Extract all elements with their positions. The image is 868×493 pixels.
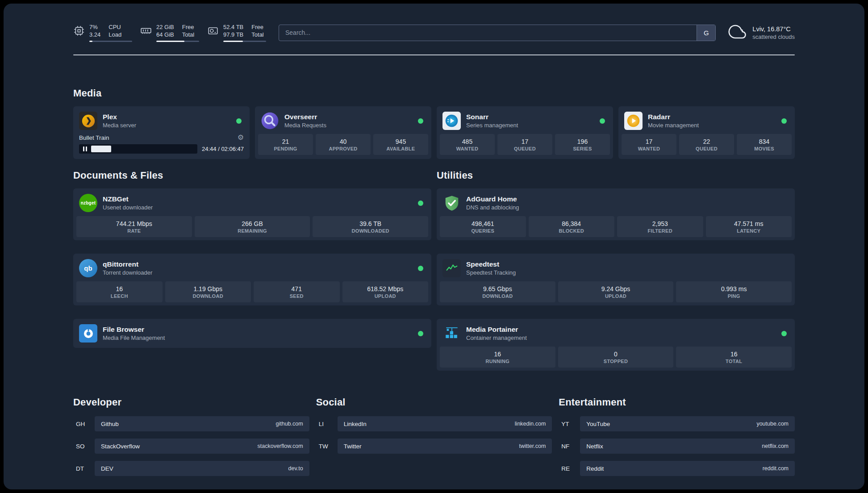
bookmark-reddit[interactable]: RE Reddit reddit.com (559, 461, 795, 476)
stat-label: PING (728, 293, 740, 299)
stat-tile: 1.19 Gbps DOWNLOAD (165, 281, 251, 302)
bookmark-domain: netflix.com (762, 443, 789, 449)
stat-label: REMAINING (238, 228, 267, 234)
stat-label: QUERIES (471, 228, 494, 234)
stat-label: BLOCKED (559, 228, 584, 234)
service-name: Plex (103, 113, 231, 121)
stat-label: MOVIES (754, 146, 774, 151)
bookmark-youtube[interactable]: YT YouTube youtube.com (559, 416, 795, 431)
stat-tile: 0.993 ms PING (676, 281, 792, 302)
search-bar: G (279, 25, 716, 41)
service-card-filebrowser[interactable]: File Browser Media File Management (73, 319, 431, 348)
bookmark-name: Reddit (586, 465, 604, 472)
memory-free-value: 22 GiB (156, 23, 174, 31)
bookmark-domain: youtube.com (756, 421, 789, 427)
nzbget-icon: nzbget (79, 194, 97, 212)
bookmark-abbr: TW (316, 443, 338, 450)
bookmarks-entertainment: Entertainment YT YouTube youtube.com NF … (559, 397, 795, 476)
bookmark-domain: github.com (276, 421, 303, 427)
bookmark-netflix[interactable]: NF Netflix netflix.com (559, 439, 795, 454)
bookmarks-developer: Developer GH Github github.com SO StackO… (73, 397, 309, 476)
stat-tile: 16 LEECH (76, 281, 163, 302)
service-desc: Container management (466, 334, 776, 342)
stat-label: APPROVED (329, 146, 357, 151)
stat-value: 9.65 Gbps (483, 285, 512, 292)
bookmark-name: Netflix (586, 443, 603, 450)
stat-tile: 471 SEED (254, 281, 340, 302)
service-card-overseerr[interactable]: Overseerr Media Requests 21 PENDING 40 A… (255, 106, 431, 159)
stat-value: 86,384 (562, 220, 581, 227)
stat-value: 17 (646, 138, 653, 145)
stat-value: 2,953 (652, 220, 668, 227)
stat-tile: 22 QUEUED (679, 134, 734, 155)
search-input[interactable] (279, 25, 697, 41)
stat-label: DOWNLOAD (482, 293, 513, 299)
stat-label: FILTERED (648, 228, 672, 234)
service-desc: Usenet downloader (103, 204, 413, 211)
bookmark-stackoverflow[interactable]: SO StackOverflow stackoverflow.com (73, 439, 309, 454)
search-provider-button[interactable]: G (697, 25, 715, 41)
service-desc: Media Requests (284, 122, 413, 129)
status-dot (236, 118, 242, 124)
disk-total-value: 97.9 TB (223, 31, 243, 38)
stat-label: QUEUED (696, 146, 718, 151)
stat-label: LEECH (111, 293, 128, 299)
service-card-qbittorrent[interactable]: qb qBittorrent Torrent downloader 16 LEE… (73, 254, 431, 305)
filebrowser-icon (79, 324, 97, 343)
bookmark-domain: dev.to (288, 465, 303, 472)
utilities-section-title: Utilities (437, 170, 795, 181)
service-card-sonarr[interactable]: Sonarr Series management 485 WANTED 17 Q… (437, 106, 613, 159)
plex-icon (79, 112, 97, 130)
gear-icon[interactable]: ⚙ (238, 134, 244, 141)
status-dot (600, 118, 605, 124)
stat-label: RUNNING (486, 359, 509, 364)
bookmark-name: YouTube (586, 421, 610, 427)
overseerr-icon (261, 112, 279, 130)
service-card-adguard[interactable]: AdGuard Home DNS and adblocking 498,461 … (437, 188, 795, 240)
bookmark-pill: StackOverflow stackoverflow.com (95, 439, 309, 454)
stat-tile: 86,384 BLOCKED (529, 216, 615, 237)
stat-value: 744.21 Mbps (116, 220, 152, 227)
bookmark-linkedin[interactable]: LI LinkedIn linkedin.com (316, 416, 552, 431)
stat-label: WANTED (456, 146, 478, 151)
service-card-nzbget[interactable]: nzbget NZBGet Usenet downloader 744.21 M… (73, 188, 431, 240)
stat-value: 196 (577, 138, 588, 145)
stat-label: TOTAL (726, 359, 742, 364)
status-dot (418, 266, 423, 271)
stat-tile: 47.571 ms LATENCY (706, 216, 792, 237)
service-desc: Media File Management (103, 334, 413, 342)
entertainment-section-title: Entertainment (559, 397, 795, 408)
service-card-radarr[interactable]: Radarr Movie management 17 WANTED 22 QUE… (618, 106, 795, 159)
service-card-speedtest[interactable]: Speedtest Speedtest Tracking 9.65 Gbps D… (437, 254, 795, 305)
cpu-icon (73, 25, 85, 38)
service-name: File Browser (103, 325, 413, 334)
stat-tile: 17 WANTED (622, 134, 676, 155)
stat-tile: 266 GB REMAINING (195, 216, 310, 237)
top-bar: 7% 3.24 CPU Load (73, 22, 795, 43)
bookmark-twitter[interactable]: TW Twitter twitter.com (316, 439, 552, 454)
service-card-plex[interactable]: Plex Media server Bullet Train ⚙ 24:44 /… (73, 106, 250, 159)
bookmark-domain: stackoverflow.com (258, 443, 303, 449)
service-name: Speedtest (466, 260, 789, 268)
pause-icon[interactable] (79, 146, 91, 151)
bookmark-github[interactable]: GH Github github.com (73, 416, 309, 431)
service-card-portainer[interactable]: Media Portainer Container management 16 … (437, 319, 795, 371)
stat-tile: 17 QUEUED (497, 134, 552, 155)
portainer-icon (442, 324, 461, 343)
plex-progress-track[interactable] (79, 144, 197, 154)
memory-total-label: Total (182, 31, 194, 38)
stat-label: QUEUED (514, 146, 536, 151)
disk-icon (207, 25, 219, 38)
bookmark-domain: reddit.com (763, 465, 789, 472)
cpu-widget: 7% 3.24 CPU Load (73, 23, 132, 42)
cpu-usage-value: 7% (89, 23, 100, 31)
stat-value: 618.52 Mbps (367, 285, 403, 292)
service-name: Radarr (648, 113, 776, 121)
disk-total-label: Total (251, 31, 263, 38)
status-dot (781, 331, 787, 336)
bookmark-dev[interactable]: DT DEV dev.to (73, 461, 309, 476)
cpu-load-label: Load (108, 31, 121, 38)
stat-value: 471 (292, 285, 302, 292)
stat-value: 16 (116, 285, 123, 292)
bookmark-name: Github (101, 421, 119, 427)
